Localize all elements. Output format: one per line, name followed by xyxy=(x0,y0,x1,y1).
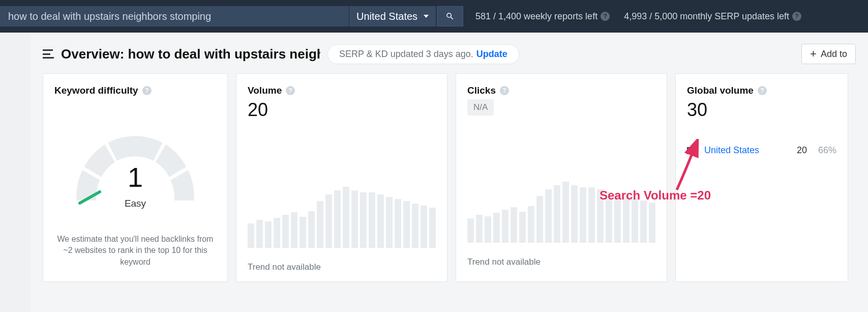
country-select-label: United States xyxy=(356,11,417,22)
global-title: Global volume xyxy=(687,85,754,96)
help-icon[interactable]: ? xyxy=(500,86,509,95)
menu-icon[interactable] xyxy=(43,49,54,59)
country-percent: 66% xyxy=(818,145,836,156)
global-value: 30 xyxy=(687,99,836,121)
search-icon xyxy=(445,12,455,21)
page-header: Overview: how to deal with upstairs neig… xyxy=(31,33,868,73)
clicks-trend-chart xyxy=(467,182,655,243)
monthly-updates-stat: 4,993 / 5,000 monthly SERP updates left … xyxy=(624,11,801,22)
kd-gauge: 1 Easy xyxy=(69,122,201,213)
help-icon[interactable]: ? xyxy=(286,86,295,95)
volume-title: Volume xyxy=(248,85,282,96)
help-icon[interactable]: ? xyxy=(792,12,801,21)
global-volume-card: Global volume ? 30 United States 20 66% … xyxy=(675,73,848,282)
country-name: United States xyxy=(704,145,759,156)
kd-score: 1 xyxy=(69,161,201,193)
weekly-reports-stat: 581 / 1,400 weekly reports left ? xyxy=(475,11,610,22)
main-content: Overview: how to deal with upstairs neig… xyxy=(31,33,868,282)
help-icon[interactable]: ? xyxy=(142,86,152,95)
country-volume: 20 xyxy=(797,145,807,156)
help-icon[interactable]: ? xyxy=(601,12,610,21)
volume-trend-chart xyxy=(248,187,436,248)
clicks-title: Clicks xyxy=(467,85,496,96)
volume-value: 20 xyxy=(248,99,436,121)
chevron-down-icon xyxy=(424,15,429,18)
plus-icon: + xyxy=(810,48,817,60)
add-to-button[interactable]: + Add to xyxy=(801,44,856,64)
us-flag-icon xyxy=(687,147,698,154)
keyword-search-input[interactable]: how to deal with upstairs neighbors stom… xyxy=(0,6,349,26)
volume-card: Volume ? 20 Trend not available xyxy=(236,73,447,282)
kd-title: Keyword difficulty xyxy=(54,85,138,96)
volume-trend-note: Trend not available xyxy=(248,262,436,272)
clicks-value: N/A xyxy=(467,99,494,116)
sidebar-collapsed xyxy=(0,33,31,312)
search-button[interactable] xyxy=(437,6,463,26)
cards-row: Keyword difficulty ? 1 Easy We es xyxy=(31,73,868,282)
update-link[interactable]: Update xyxy=(476,49,507,60)
page-title: Overview: how to deal with upstairs neig… xyxy=(61,46,320,62)
weekly-reports-text: 581 / 1,400 weekly reports left xyxy=(475,11,597,22)
country-select[interactable]: United States xyxy=(349,6,436,26)
kd-label: Easy xyxy=(69,198,201,209)
keyword-difficulty-card: Keyword difficulty ? 1 Easy We es xyxy=(43,73,228,282)
monthly-updates-text: 4,993 / 5,000 monthly SERP updates left xyxy=(624,11,789,22)
update-status-text: SERP & KD updated 3 days ago. xyxy=(339,49,473,60)
clicks-card: Clicks ? N/A Trend not available xyxy=(456,73,667,282)
add-to-label: Add to xyxy=(821,49,847,60)
country-row[interactable]: United States 20 66% xyxy=(687,145,836,156)
kd-footer: We estimate that you'll need backlinks f… xyxy=(54,234,216,268)
help-icon[interactable]: ? xyxy=(758,86,767,95)
clicks-trend-note: Trend not available xyxy=(467,257,655,267)
topbar: how to deal with upstairs neighbors stom… xyxy=(0,0,868,33)
update-pill: SERP & KD updated 3 days ago. Update xyxy=(327,44,519,64)
